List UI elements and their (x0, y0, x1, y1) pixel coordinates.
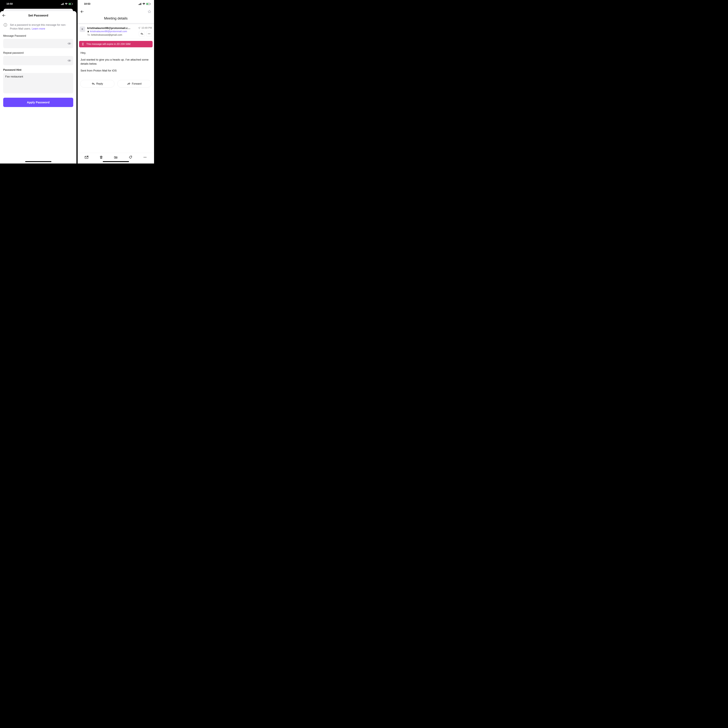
avatar: K (80, 26, 85, 32)
svg-rect-13 (139, 4, 140, 5)
battery-charging-icon (69, 3, 73, 5)
svg-rect-15 (141, 3, 141, 5)
folder-move-icon (114, 156, 118, 159)
reply-icon-button[interactable] (139, 31, 145, 37)
password-hint-field[interactable] (3, 73, 73, 93)
phone-set-password: 10:50 Set Password Set a password to enc… (0, 0, 76, 164)
email-subject: Meeting details (78, 15, 154, 23)
message-header: K kristinalauren98@protonmail.c… kristin… (78, 24, 154, 39)
more-horizontal-icon (148, 32, 151, 35)
learn-more-link[interactable]: Learn more (32, 27, 45, 30)
mark-unread-button[interactable] (84, 154, 90, 160)
message-meta: kristinalauren98@protonmail.c… kristinal… (87, 26, 136, 37)
signal-icon (61, 3, 64, 5)
expiration-text: This message will expire in 2D 23H 56M (86, 43, 130, 46)
trash-icon (99, 156, 103, 159)
message-password-field[interactable] (3, 39, 73, 48)
label-button[interactable] (127, 154, 133, 160)
email-body: Hey, Just wanted to give you a heads up.… (78, 50, 154, 76)
sheet-title: Set Password (2, 14, 74, 17)
move-button[interactable] (113, 154, 119, 160)
more-icon-button[interactable] (146, 31, 152, 37)
repeat-password-input[interactable] (5, 59, 67, 62)
home-indicator (103, 161, 129, 162)
more-horizontal-icon (143, 156, 147, 159)
svg-rect-19 (88, 31, 89, 32)
svg-rect-5 (72, 3, 73, 5)
status-time: 10:50 (6, 3, 13, 5)
svg-rect-0 (61, 4, 61, 5)
home-indicator (25, 161, 51, 162)
form: Message Password Repeat password Passwor… (0, 32, 76, 98)
toggle-visibility-button-2[interactable] (67, 59, 71, 63)
svg-rect-14 (140, 3, 141, 5)
forward-label: Forward (132, 82, 142, 85)
hourglass-icon (81, 43, 84, 46)
sent-time: 10:49 PM (141, 26, 152, 29)
to-address[interactable]: britishobsessed@gmail.com (91, 34, 122, 36)
to-label: To: (87, 34, 90, 36)
svg-rect-18 (147, 3, 148, 5)
phone-email-view: 10:53 Meeting details K kristinalauren98… (78, 0, 154, 164)
svg-rect-1 (62, 4, 62, 5)
lock-icon (87, 31, 89, 32)
sheet-header: Set Password (0, 11, 76, 20)
forward-icon (127, 82, 130, 85)
info-icon (3, 23, 7, 31)
status-icons (61, 3, 73, 5)
eye-icon (67, 42, 71, 46)
message-password-label: Message Password (3, 34, 73, 37)
svg-rect-2 (63, 3, 63, 5)
body-p1: Hey, (81, 51, 151, 55)
more-button[interactable] (142, 154, 148, 160)
svg-point-10 (69, 43, 70, 44)
status-bar: 10:50 (0, 0, 76, 8)
forward-button[interactable]: Forward (117, 80, 151, 87)
envelope-dot-icon (84, 156, 89, 159)
signal-icon (139, 3, 142, 5)
reply-label: Reply (96, 82, 103, 85)
reply-button[interactable]: Reply (80, 80, 115, 87)
action-row: Reply Forward (78, 76, 154, 91)
trash-button[interactable] (98, 154, 104, 160)
wifi-icon (65, 3, 68, 5)
reply-icon (140, 32, 143, 35)
from-address-full[interactable]: kristinalauren98@protonmail.com (90, 30, 127, 33)
expiration-banner: This message will expire in 2D 23H 56M (79, 41, 153, 47)
reply-icon (92, 82, 95, 85)
svg-point-22 (150, 34, 150, 34)
body-p3: Sent from Proton Mail for iOS (81, 69, 151, 73)
info-row: Set a password to encrypt this message f… (0, 20, 76, 32)
svg-rect-3 (63, 3, 64, 5)
svg-rect-9 (5, 25, 6, 26)
star-icon (147, 10, 151, 14)
svg-point-11 (69, 60, 70, 61)
svg-point-27 (145, 157, 145, 158)
divider (78, 23, 154, 24)
email-nav-header (78, 8, 154, 15)
repeat-password-label: Repeat password (3, 51, 73, 55)
sent-paperplane-icon (138, 27, 141, 29)
apply-password-button[interactable]: Apply Password (3, 98, 73, 107)
from-address-truncated[interactable]: kristinalauren98@protonmail.c… (87, 26, 130, 30)
svg-rect-17 (150, 3, 150, 5)
svg-point-20 (148, 34, 148, 34)
repeat-password-field[interactable] (3, 56, 73, 65)
status-bar: 10:53 (78, 0, 154, 8)
star-button[interactable] (147, 10, 151, 14)
status-time: 10:53 (84, 3, 90, 5)
toggle-visibility-button[interactable] (67, 42, 71, 46)
svg-point-25 (131, 156, 132, 157)
set-password-sheet: Set Password Set a password to encrypt t… (0, 11, 76, 164)
svg-point-21 (149, 34, 149, 34)
message-password-input[interactable] (5, 42, 67, 45)
password-hint-label: Password Hint (3, 69, 73, 72)
svg-point-26 (144, 157, 144, 158)
svg-rect-6 (69, 3, 71, 5)
wifi-icon (142, 3, 145, 5)
status-icons (139, 3, 151, 5)
back-arrow-icon (80, 10, 84, 14)
svg-point-24 (87, 156, 89, 157)
password-hint-input[interactable] (5, 75, 71, 91)
back-button[interactable] (80, 10, 84, 14)
